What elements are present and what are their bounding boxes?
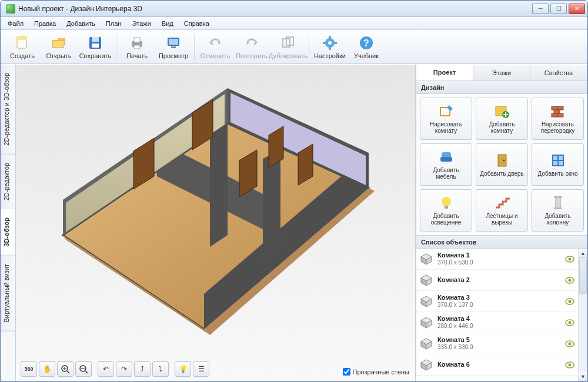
svg-point-14 <box>328 41 332 45</box>
cube-icon <box>420 274 433 287</box>
floor-plan-3d <box>45 82 375 353</box>
vtab-2d-editor[interactable]: 2D-редактор <box>1 155 15 209</box>
add-room-icon <box>494 103 510 119</box>
right-tabs: Проект Этажи Свойства <box>416 65 587 81</box>
right-panel: Проект Этажи Свойства Дизайн Нарисовать … <box>416 65 587 381</box>
svg-rect-62 <box>554 196 562 198</box>
scroll-thumb[interactable] <box>579 259 587 294</box>
tab-floors[interactable]: Этажи <box>473 65 530 81</box>
svg-rect-10 <box>171 46 176 48</box>
transparent-walls-input[interactable] <box>343 368 350 376</box>
gear-icon <box>322 35 338 51</box>
object-row[interactable]: Комната 5335.0 x 530.0 <box>416 333 578 354</box>
scroll-down-button[interactable]: ▼ <box>579 372 587 381</box>
object-row[interactable]: Комната 2 <box>416 270 578 291</box>
rotate-right-button[interactable]: ↷ <box>116 361 132 377</box>
design-header: Дизайн <box>416 81 587 94</box>
duplicate-button[interactable]: Дублировать <box>270 32 306 62</box>
new-file-icon <box>14 35 31 51</box>
app-window: Новый проект - Дизайн Интерьера 3D ─ ☐ ✕… <box>0 0 588 382</box>
add-furniture-button[interactable]: Добавить мебель <box>420 143 472 186</box>
vtab-virtual[interactable]: Виртуальный визит <box>1 256 15 331</box>
objects-list-wrap: Комната 1370.0 x 530.0Комната 2Комната 3… <box>416 249 587 381</box>
menu-view[interactable]: Вид <box>157 19 178 28</box>
tilt-up-button[interactable]: ⤴ <box>134 361 151 377</box>
menu-add[interactable]: Добавить <box>62 19 100 28</box>
layers-button[interactable]: ☰ <box>193 361 209 377</box>
add-column-button[interactable]: Добавить колонну <box>532 189 584 232</box>
tilt-down-button[interactable]: ⤵ <box>152 361 169 377</box>
toolbar-separator <box>309 34 309 60</box>
duplicate-label: Дублировать <box>269 52 308 59</box>
menu-plan[interactable]: План <box>101 19 126 28</box>
visibility-eye-icon[interactable] <box>565 298 574 305</box>
cube-icon <box>420 358 433 371</box>
object-row[interactable]: Комната 1370.0 x 530.0 <box>416 249 578 270</box>
visibility-eye-icon[interactable] <box>565 340 574 347</box>
scroll-up-button[interactable]: ▲ <box>579 249 587 258</box>
menu-help[interactable]: Справка <box>179 19 214 28</box>
menu-floors[interactable]: Этажи <box>127 19 155 28</box>
maximize-button[interactable]: ☐ <box>550 4 567 14</box>
redo-icon <box>243 35 260 51</box>
pan-button[interactable]: ✋ <box>39 361 55 377</box>
print-label: Печать <box>126 52 148 59</box>
settings-button[interactable]: Настройки <box>312 32 348 62</box>
undo-button[interactable]: Отменить <box>197 32 233 62</box>
tutorial-button[interactable]: ? Учебник <box>348 32 385 62</box>
svg-rect-63 <box>554 207 562 209</box>
titlebar: Новый проект - Дизайн Интерьера 3D ─ ☐ ✕ <box>1 1 587 17</box>
svg-rect-51 <box>557 113 563 117</box>
tab-properties[interactable]: Свойства <box>530 65 587 81</box>
add-door-button[interactable]: Добавить дверь <box>476 143 528 186</box>
draw-room-button[interactable]: Нарисовать комнату <box>420 98 472 140</box>
create-button[interactable]: Создать <box>4 32 41 62</box>
preview-button[interactable]: Просмотр <box>155 32 192 62</box>
stairs-button[interactable]: Лестницы и вырезы <box>476 189 528 232</box>
save-button[interactable]: Сохранить <box>77 32 113 62</box>
redo-button[interactable]: Повторить <box>233 32 270 62</box>
zoom-out-button[interactable] <box>75 361 92 377</box>
light-button[interactable]: 💡 <box>175 361 191 377</box>
window-icon <box>550 153 566 168</box>
scrollbar[interactable]: ▲ ▼ <box>578 249 587 381</box>
rotate-360-button[interactable]: 360 <box>21 361 37 377</box>
visibility-eye-icon[interactable] <box>565 319 574 326</box>
object-row[interactable]: Комната 3370.0 x 137.0 <box>416 291 578 312</box>
visibility-eye-icon[interactable] <box>565 361 574 368</box>
svg-point-59 <box>442 197 451 206</box>
add-room-button[interactable]: Добавить комнату <box>476 98 528 140</box>
open-button[interactable]: Открыть <box>41 32 77 62</box>
undo-label: Отменить <box>201 52 230 59</box>
svg-point-68 <box>569 257 572 260</box>
cube-icon <box>420 253 433 266</box>
window-controls: ─ ☐ ✕ <box>532 4 585 14</box>
add-window-button[interactable]: Добавить окно <box>532 143 584 186</box>
rotate-left-button[interactable]: ↶ <box>98 361 114 377</box>
tab-project[interactable]: Проект <box>416 65 473 81</box>
vtab-3d-view[interactable]: 3D-обзор <box>1 209 15 256</box>
menu-file[interactable]: Файл <box>3 19 28 28</box>
svg-rect-16 <box>329 47 331 50</box>
transparent-walls-checkbox[interactable]: Прозрачные стены <box>343 368 409 376</box>
svg-rect-54 <box>498 155 506 166</box>
main-area: 2D-редактор и 3D-обзор 2D-редактор 3D-об… <box>1 64 587 381</box>
zoom-in-button[interactable] <box>57 361 74 377</box>
menu-edit[interactable]: Правка <box>29 19 61 28</box>
printer-icon <box>129 35 145 51</box>
vtab-combo[interactable]: 2D-редактор и 3D-обзор <box>1 65 15 155</box>
door-icon <box>494 153 510 168</box>
viewport-3d[interactable]: 360 ✋ ↶ ↷ ⤴ ⤵ 💡 ☰ Прозрачные стены <box>16 65 416 381</box>
minimize-button[interactable]: ─ <box>532 4 549 14</box>
draw-partition-button[interactable]: Нарисовать перегородку <box>532 98 584 140</box>
print-button[interactable]: Печать <box>119 32 155 62</box>
add-light-button[interactable]: Добавить освещение <box>420 189 472 232</box>
objects-list[interactable]: Комната 1370.0 x 530.0Комната 2Комната 3… <box>416 249 578 381</box>
visibility-eye-icon[interactable] <box>565 256 574 263</box>
object-row[interactable]: Комната 4280.0 x 446.0 <box>416 312 578 333</box>
visibility-eye-icon[interactable] <box>565 277 574 284</box>
lightbulb-icon <box>438 195 455 210</box>
object-row[interactable]: Комната 6 <box>416 354 578 376</box>
close-button[interactable]: ✕ <box>569 4 585 14</box>
svg-rect-50 <box>552 113 557 117</box>
